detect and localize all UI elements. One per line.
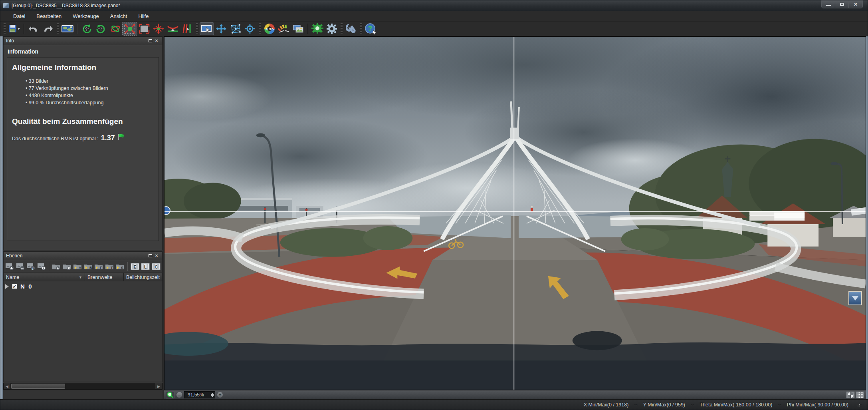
rotate-cw-button[interactable] bbox=[94, 22, 108, 35]
layers-panel-title: Ebenen bbox=[6, 253, 22, 259]
rotate-3d-button[interactable] bbox=[108, 22, 123, 35]
new-layer-button[interactable] bbox=[52, 261, 61, 272]
panorama-preview-button[interactable] bbox=[60, 22, 75, 35]
image-properties-icon: f bbox=[26, 263, 35, 271]
save-icon bbox=[8, 24, 20, 34]
layers-panel-close-button[interactable]: ✕ bbox=[153, 253, 160, 259]
titlebar[interactable]: [Group 0]-_DSC8885__DSC8918-33 images.pa… bbox=[0, 0, 868, 11]
mesh-edit-icon bbox=[230, 24, 241, 34]
image-properties-button[interactable]: f bbox=[26, 261, 36, 272]
toolbar-grip[interactable] bbox=[57, 23, 59, 34]
minimize-button[interactable] bbox=[822, 0, 835, 8]
layer-mode-t-button[interactable]: T bbox=[105, 261, 115, 272]
layer-mode-s-button[interactable]: S bbox=[115, 261, 125, 272]
column-header-brennweite[interactable]: Brennweite bbox=[85, 273, 124, 281]
float-icon bbox=[149, 254, 152, 257]
mesh-edit-button[interactable] bbox=[228, 22, 243, 35]
columns-l-button[interactable]: L bbox=[141, 261, 151, 272]
general-info-list: 33 Bilder 77 Verknüpfungen zwischen Bild… bbox=[12, 78, 154, 107]
auto-color-icon: AUTO bbox=[264, 23, 275, 34]
add-image-button[interactable] bbox=[5, 261, 15, 272]
spinner-down-icon[interactable] bbox=[211, 395, 214, 397]
window-title: [Group 0]-_DSC8885__DSC8918-33 images.pa… bbox=[12, 3, 120, 8]
toolbar-grip[interactable] bbox=[4, 23, 6, 34]
control-points-button[interactable] bbox=[151, 22, 166, 35]
info-panel-body: Information Allgemeine Information 33 Bi… bbox=[3, 45, 163, 250]
menu-hilfe[interactable]: Hilfe bbox=[133, 12, 154, 21]
menu-ansicht[interactable]: Ansicht bbox=[105, 12, 133, 21]
info-panel-header[interactable]: Info ✕ bbox=[3, 36, 163, 45]
help-button[interactable]: ? bbox=[364, 22, 378, 35]
quadrant-toggle-button[interactable] bbox=[846, 391, 855, 398]
dock-horizontal-scrollbar[interactable]: ◀ ▶ bbox=[3, 383, 163, 390]
image-link-button[interactable] bbox=[37, 261, 47, 272]
flag-icon bbox=[117, 133, 125, 140]
close-button[interactable]: ✕ bbox=[849, 0, 862, 8]
expand-arrow-icon[interactable] bbox=[5, 284, 9, 289]
columns-e-button[interactable]: E bbox=[130, 261, 140, 272]
wrench-button[interactable] bbox=[344, 22, 359, 35]
layer-mode-f-button[interactable]: F bbox=[94, 261, 104, 272]
panorama-viewport[interactable] bbox=[164, 36, 866, 390]
delete-layer-button[interactable] bbox=[62, 261, 72, 272]
zoom-out-button[interactable]: – bbox=[176, 392, 182, 398]
scroll-left-arrow[interactable]: ◀ bbox=[4, 383, 10, 389]
auto-color-button[interactable]: AUTO bbox=[262, 22, 277, 35]
column-header-belichtungszeit[interactable]: Belichtungszeit bbox=[124, 273, 162, 281]
rotate-ccw-button[interactable] bbox=[79, 22, 94, 35]
center-target-button[interactable] bbox=[243, 22, 257, 35]
histogram-button[interactable] bbox=[277, 22, 291, 35]
column-header-name[interactable]: Name ▼ bbox=[4, 273, 85, 281]
toolbar-grip[interactable] bbox=[259, 23, 261, 34]
image-link-icon bbox=[37, 263, 46, 271]
undo-button[interactable] bbox=[26, 22, 41, 35]
images-button[interactable] bbox=[291, 22, 305, 35]
move-all-button[interactable] bbox=[214, 22, 228, 35]
scrollbar-track[interactable] bbox=[10, 383, 155, 389]
maximize-button[interactable] bbox=[835, 0, 849, 8]
remove-image-button[interactable] bbox=[16, 261, 26, 272]
transform-tool-button[interactable] bbox=[123, 22, 137, 35]
menu-bearbeiten[interactable]: Bearbeiten bbox=[31, 12, 67, 21]
toolbar-grip[interactable] bbox=[196, 23, 198, 34]
grid-toggle-button[interactable] bbox=[856, 391, 864, 398]
crop-tool-button[interactable] bbox=[137, 22, 151, 35]
select-images-button[interactable] bbox=[200, 22, 214, 35]
zoom-in-button[interactable]: + bbox=[217, 392, 223, 398]
delete-folder-icon bbox=[63, 263, 71, 271]
close-icon: ✕ bbox=[155, 253, 158, 259]
spinner-up-icon[interactable] bbox=[211, 393, 214, 395]
scroll-right-arrow[interactable]: ▶ bbox=[155, 383, 162, 389]
zoom-spinner[interactable] bbox=[211, 393, 214, 397]
columns-c-button[interactable]: C bbox=[151, 261, 161, 272]
scrollbar-thumb[interactable] bbox=[11, 384, 65, 389]
zoom-tool-button[interactable] bbox=[166, 391, 174, 398]
scroll-down-button[interactable] bbox=[848, 291, 862, 305]
toolbar-grip[interactable] bbox=[360, 23, 362, 34]
info-panel-float-button[interactable] bbox=[147, 38, 153, 44]
render-button[interactable] bbox=[310, 22, 325, 35]
horizon-tool-button[interactable] bbox=[166, 22, 180, 35]
toolbar-grip[interactable] bbox=[341, 23, 343, 34]
menu-datei[interactable]: Datei bbox=[8, 12, 31, 21]
layer-mode-b-button[interactable]: B bbox=[83, 261, 93, 272]
info-panel-close-button[interactable]: ✕ bbox=[153, 38, 160, 44]
svg-text:B: B bbox=[89, 266, 92, 270]
save-button[interactable] bbox=[7, 22, 22, 35]
layers-panel-header[interactable]: Ebenen ✕ bbox=[3, 251, 163, 260]
layers-table-header: Name ▼ Brennweite Belichtungszeit bbox=[3, 273, 163, 281]
layers-panel-float-button[interactable] bbox=[147, 253, 153, 259]
verticals-tool-button[interactable] bbox=[180, 22, 194, 35]
move-all-icon bbox=[216, 24, 227, 34]
redo-button[interactable] bbox=[41, 22, 55, 35]
layer-visibility-checkbox[interactable]: ✓ bbox=[12, 284, 17, 289]
layer-row[interactable]: ✓ N_0 bbox=[5, 283, 161, 290]
zoom-level-field[interactable]: 91,55% bbox=[184, 391, 215, 398]
resize-grip[interactable] bbox=[857, 403, 861, 407]
menu-werkzeuge[interactable]: Werkzeuge bbox=[67, 12, 105, 21]
settings-button[interactable] bbox=[325, 22, 339, 35]
layer-mode-a-button[interactable]: A bbox=[73, 261, 83, 272]
crop-icon bbox=[139, 24, 150, 34]
panorama-image bbox=[164, 37, 866, 390]
remove-image-icon bbox=[16, 263, 25, 271]
